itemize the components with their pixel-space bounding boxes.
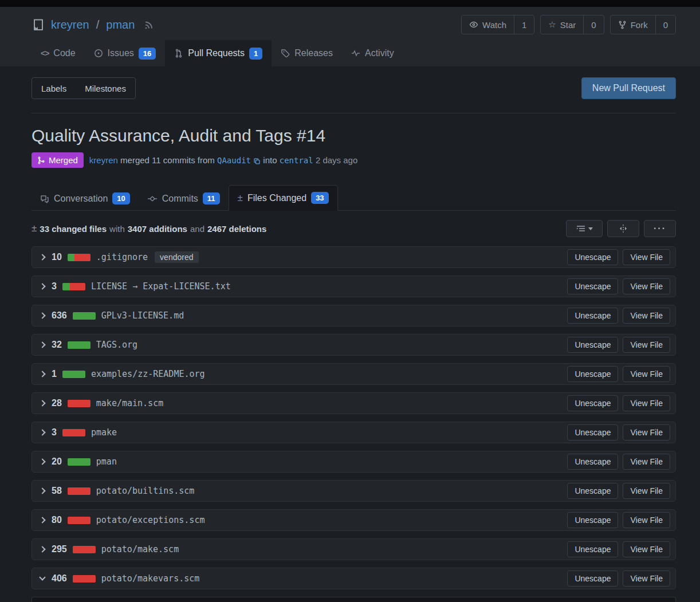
rss-icon[interactable]	[144, 19, 154, 30]
chevron-icon[interactable]	[39, 546, 45, 552]
repo-name-link[interactable]: pman	[106, 18, 135, 32]
fork-button[interactable]: Fork 0	[610, 15, 676, 34]
fork-count[interactable]: 0	[655, 15, 675, 34]
view-file-button[interactable]: View File	[623, 308, 670, 324]
diff-stat-bar	[73, 312, 96, 320]
file-row: 636 GPLv3-LICENSE.md Unescape View File	[32, 305, 676, 326]
unescape-button[interactable]: Unescape	[567, 278, 618, 294]
file-change-count: 3	[52, 281, 57, 292]
plus-minus-icon: ±	[238, 192, 243, 204]
target-branch-link[interactable]: central	[280, 156, 313, 165]
new-pull-request-button[interactable]: New Pull Request	[581, 77, 676, 99]
pull-request-icon	[174, 49, 183, 58]
file-name: .gitignore	[96, 252, 148, 262]
tag-icon	[281, 49, 290, 58]
tab-issues[interactable]: Issues 16	[85, 40, 166, 66]
tab-files-changed-label: Files Changed	[247, 193, 306, 203]
conversation-count-badge: 10	[112, 192, 129, 204]
view-file-button[interactable]: View File	[623, 454, 670, 470]
star-count[interactable]: 0	[583, 15, 603, 34]
deletions-count: 2467 deletions	[207, 224, 266, 234]
changed-files-count: 33 changed files	[40, 224, 107, 234]
tab-conversation-label: Conversation	[54, 194, 108, 204]
chevron-icon[interactable]	[39, 400, 45, 406]
milestones-button[interactable]: Milestones	[76, 78, 135, 99]
tab-files-changed[interactable]: ± Files Changed 33	[229, 185, 338, 211]
unescape-button[interactable]: Unescape	[567, 483, 618, 499]
repo-book-icon	[32, 18, 45, 32]
deletions-bar	[68, 400, 91, 407]
star-button[interactable]: ☆ Star 0	[540, 15, 604, 34]
unescape-button[interactable]: Unescape	[567, 395, 618, 411]
chevron-icon[interactable]	[39, 487, 45, 494]
tab-commits[interactable]: Commits 11	[139, 186, 229, 211]
additions-bar	[68, 458, 91, 466]
watch-count[interactable]: 1	[514, 15, 534, 34]
chevron-icon[interactable]	[39, 517, 45, 523]
diff-stat-bar	[68, 487, 91, 495]
more-options-button[interactable]: ···	[644, 220, 676, 237]
file-tag: vendored	[155, 251, 198, 263]
labels-button[interactable]: Labels	[32, 78, 76, 99]
file-change-count: 636	[52, 310, 67, 321]
chevron-icon[interactable]	[39, 458, 45, 465]
summary-and: and	[190, 224, 205, 234]
split-view-button[interactable]	[607, 220, 639, 237]
diff-stat-bar	[73, 575, 96, 583]
unescape-button[interactable]: Unescape	[567, 337, 618, 353]
file-row: 20 pman Unescape View File	[32, 451, 676, 473]
repo-owner-link[interactable]: kreyren	[51, 18, 89, 32]
tab-code-label: Code	[53, 48, 75, 58]
unescape-button[interactable]: Unescape	[567, 424, 618, 440]
view-file-button[interactable]: View File	[623, 541, 670, 557]
unescape-button[interactable]: Unescape	[567, 366, 618, 382]
file-name: make/main.scm	[96, 398, 163, 408]
repo-title: kreyren / pman	[32, 18, 154, 32]
chevron-icon[interactable]	[39, 341, 45, 348]
view-file-button[interactable]: View File	[623, 395, 670, 411]
file-tree-toggle-button[interactable]	[566, 220, 603, 237]
view-file-button[interactable]: View File	[623, 483, 670, 499]
unescape-button[interactable]: Unescape	[567, 570, 618, 587]
source-branch-link[interactable]: QAaudit	[217, 156, 251, 165]
diff-stat-bar	[68, 341, 91, 349]
view-file-button[interactable]: View File	[623, 424, 670, 440]
tab-code[interactable]: <> Code	[32, 40, 85, 66]
view-file-button[interactable]: View File	[623, 366, 670, 382]
file-row: 3 LICENSE → Expat-LICENSE.txt Unescape V…	[32, 276, 676, 297]
view-file-button[interactable]: View File	[623, 278, 670, 294]
additions-bar	[68, 341, 91, 349]
repo-separator: /	[95, 18, 101, 32]
tab-issues-label: Issues	[108, 48, 134, 58]
conversation-icon	[40, 194, 49, 203]
tab-pull-requests[interactable]: Pull Requests 1	[165, 40, 272, 66]
view-file-button[interactable]: View File	[623, 337, 670, 353]
chevron-icon[interactable]	[39, 574, 45, 580]
chevron-icon[interactable]	[39, 429, 45, 435]
deletions-bar	[70, 283, 85, 290]
view-file-button[interactable]: View File	[623, 512, 670, 528]
unescape-button[interactable]: Unescape	[567, 249, 618, 265]
file-row: 10 .gitignore vendored Unescape View Fil…	[32, 246, 676, 268]
file-change-count: 406	[52, 573, 67, 584]
chevron-icon[interactable]	[39, 312, 45, 318]
unescape-button[interactable]: Unescape	[567, 541, 618, 557]
merged-status-badge: Merged	[32, 152, 84, 168]
copy-branch-icon[interactable]	[253, 158, 261, 165]
tab-releases[interactable]: Releases	[272, 40, 342, 66]
view-file-button[interactable]: View File	[623, 249, 670, 265]
file-row: 80 potato/exceptions.scm Unescape View F…	[32, 509, 676, 531]
pr-tab-bar: Conversation 10 Commits 11 ± Files Chang…	[32, 185, 676, 211]
unescape-button[interactable]: Unescape	[567, 454, 618, 470]
diff-stat-bar	[68, 254, 91, 261]
tab-activity[interactable]: Activity	[342, 40, 403, 66]
unescape-button[interactable]: Unescape	[567, 308, 618, 324]
chevron-icon[interactable]	[39, 283, 45, 289]
chevron-icon[interactable]	[39, 371, 45, 377]
unescape-button[interactable]: Unescape	[567, 512, 618, 528]
chevron-icon[interactable]	[39, 254, 45, 260]
view-file-button[interactable]: View File	[623, 570, 670, 587]
merged-by-user-link[interactable]: kreyren	[89, 155, 118, 165]
watch-button[interactable]: Watch 1	[461, 15, 534, 34]
tab-conversation[interactable]: Conversation 10	[32, 186, 139, 211]
